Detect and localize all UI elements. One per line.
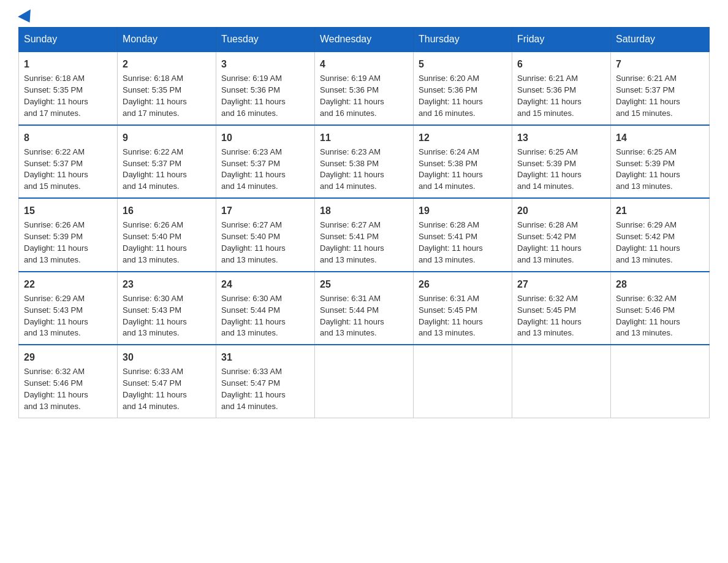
calendar-cell <box>512 345 611 418</box>
day-number: 31 <box>221 350 309 364</box>
calendar-cell: 8Sunrise: 6:22 AMSunset: 5:37 PMDaylight… <box>19 125 118 199</box>
sunrise-label: Sunrise: 6:29 AM <box>616 220 677 229</box>
daylight-minutes: and 14 minutes. <box>123 182 180 191</box>
daylight-label: Daylight: 11 hours <box>221 243 286 253</box>
page-header <box>18 12 710 21</box>
sunset-label: Sunset: 5:46 PM <box>616 305 675 315</box>
sunrise-label: Sunrise: 6:19 AM <box>320 74 381 83</box>
sunset-label: Sunset: 5:36 PM <box>320 85 379 94</box>
sunrise-label: Sunrise: 6:30 AM <box>123 294 183 303</box>
sunset-label: Sunset: 5:36 PM <box>419 85 477 94</box>
sunrise-label: Sunrise: 6:30 AM <box>221 294 282 303</box>
sunset-label: Sunset: 5:45 PM <box>419 305 477 315</box>
day-number: 28 <box>616 277 704 291</box>
day-number: 25 <box>320 277 408 291</box>
calendar-header-row: SundayMondayTuesdayWednesdayThursdayFrid… <box>19 28 710 52</box>
daylight-label: Daylight: 11 hours <box>221 97 286 106</box>
sunset-label: Sunset: 5:37 PM <box>221 159 280 168</box>
sunrise-label: Sunrise: 6:22 AM <box>123 147 183 156</box>
day-number: 1 <box>24 57 112 71</box>
sunset-label: Sunset: 5:37 PM <box>24 159 83 168</box>
calendar-cell: 31Sunrise: 6:33 AMSunset: 5:47 PMDayligh… <box>216 345 315 418</box>
daylight-label: Daylight: 11 hours <box>123 317 187 326</box>
daylight-minutes: and 14 minutes. <box>123 402 180 411</box>
day-number: 8 <box>24 131 112 145</box>
day-number: 7 <box>616 57 704 71</box>
daylight-label: Daylight: 11 hours <box>123 243 187 253</box>
calendar-cell: 29Sunrise: 6:32 AMSunset: 5:46 PMDayligh… <box>19 345 118 418</box>
daylight-label: Daylight: 11 hours <box>616 243 680 253</box>
sunrise-label: Sunrise: 6:25 AM <box>517 147 578 156</box>
daylight-label: Daylight: 11 hours <box>123 97 187 106</box>
daylight-minutes: and 16 minutes. <box>221 109 278 118</box>
day-number: 18 <box>320 204 408 218</box>
day-number: 14 <box>616 131 704 145</box>
calendar-week-2: 8Sunrise: 6:22 AMSunset: 5:37 PMDaylight… <box>19 125 710 199</box>
calendar-header-sunday: Sunday <box>19 28 118 52</box>
calendar-cell: 24Sunrise: 6:30 AMSunset: 5:44 PMDayligh… <box>216 272 315 345</box>
sunset-label: Sunset: 5:47 PM <box>123 378 181 388</box>
day-number: 30 <box>123 350 211 364</box>
daylight-minutes: and 14 minutes. <box>221 182 278 191</box>
sunset-label: Sunset: 5:39 PM <box>517 159 576 168</box>
logo-triangle-icon <box>18 9 36 26</box>
calendar-cell: 2Sunrise: 6:18 AMSunset: 5:35 PMDaylight… <box>118 52 216 125</box>
calendar-cell: 28Sunrise: 6:32 AMSunset: 5:46 PMDayligh… <box>611 272 710 345</box>
sunrise-label: Sunrise: 6:27 AM <box>320 220 381 229</box>
calendar-header-wednesday: Wednesday <box>315 28 414 52</box>
sunrise-label: Sunrise: 6:19 AM <box>221 74 282 83</box>
calendar-week-4: 22Sunrise: 6:29 AMSunset: 5:43 PMDayligh… <box>19 272 710 345</box>
daylight-minutes: and 17 minutes. <box>24 109 81 118</box>
daylight-label: Daylight: 11 hours <box>419 317 483 326</box>
day-number: 21 <box>616 204 704 218</box>
sunset-label: Sunset: 5:38 PM <box>419 159 477 168</box>
sunrise-label: Sunrise: 6:31 AM <box>419 294 479 303</box>
day-number: 12 <box>419 131 507 145</box>
sunset-label: Sunset: 5:45 PM <box>517 305 576 315</box>
daylight-minutes: and 13 minutes. <box>419 328 476 337</box>
calendar-cell: 23Sunrise: 6:30 AMSunset: 5:43 PMDayligh… <box>118 272 216 345</box>
daylight-minutes: and 13 minutes. <box>24 328 81 337</box>
calendar-header-thursday: Thursday <box>414 28 512 52</box>
day-number: 24 <box>221 277 309 291</box>
daylight-minutes: and 13 minutes. <box>221 328 278 337</box>
calendar-cell: 10Sunrise: 6:23 AMSunset: 5:37 PMDayligh… <box>216 125 315 199</box>
sunrise-label: Sunrise: 6:18 AM <box>24 74 85 83</box>
daylight-label: Daylight: 11 hours <box>123 170 187 179</box>
day-number: 19 <box>419 204 507 218</box>
daylight-label: Daylight: 11 hours <box>24 390 88 399</box>
sunrise-label: Sunrise: 6:18 AM <box>123 74 183 83</box>
daylight-label: Daylight: 11 hours <box>517 97 582 106</box>
sunrise-label: Sunrise: 6:29 AM <box>24 294 85 303</box>
daylight-label: Daylight: 11 hours <box>221 390 286 399</box>
daylight-minutes: and 14 minutes. <box>517 182 574 191</box>
calendar-cell: 18Sunrise: 6:27 AMSunset: 5:41 PMDayligh… <box>315 198 414 272</box>
calendar-cell: 1Sunrise: 6:18 AMSunset: 5:35 PMDaylight… <box>19 52 118 125</box>
calendar-cell: 4Sunrise: 6:19 AMSunset: 5:36 PMDaylight… <box>315 52 414 125</box>
daylight-label: Daylight: 11 hours <box>517 170 582 179</box>
logo <box>18 12 36 21</box>
sunset-label: Sunset: 5:36 PM <box>517 85 576 94</box>
calendar-cell: 26Sunrise: 6:31 AMSunset: 5:45 PMDayligh… <box>414 272 512 345</box>
calendar-cell <box>414 345 512 418</box>
day-number: 20 <box>517 204 605 218</box>
day-number: 23 <box>123 277 211 291</box>
sunrise-label: Sunrise: 6:22 AM <box>24 147 85 156</box>
daylight-minutes: and 14 minutes. <box>221 402 278 411</box>
calendar-cell: 21Sunrise: 6:29 AMSunset: 5:42 PMDayligh… <box>611 198 710 272</box>
sunset-label: Sunset: 5:36 PM <box>221 85 280 94</box>
daylight-minutes: and 15 minutes. <box>616 109 673 118</box>
day-number: 11 <box>320 131 408 145</box>
sunrise-label: Sunrise: 6:32 AM <box>517 294 578 303</box>
sunrise-label: Sunrise: 6:33 AM <box>123 367 183 376</box>
calendar-cell: 17Sunrise: 6:27 AMSunset: 5:40 PMDayligh… <box>216 198 315 272</box>
sunset-label: Sunset: 5:41 PM <box>419 232 477 241</box>
daylight-label: Daylight: 11 hours <box>616 170 680 179</box>
daylight-label: Daylight: 11 hours <box>517 243 582 253</box>
sunset-label: Sunset: 5:37 PM <box>123 159 181 168</box>
daylight-minutes: and 13 minutes. <box>616 328 673 337</box>
day-number: 15 <box>24 204 112 218</box>
sunrise-label: Sunrise: 6:28 AM <box>517 220 578 229</box>
daylight-minutes: and 13 minutes. <box>517 328 574 337</box>
daylight-minutes: and 15 minutes. <box>24 182 81 191</box>
